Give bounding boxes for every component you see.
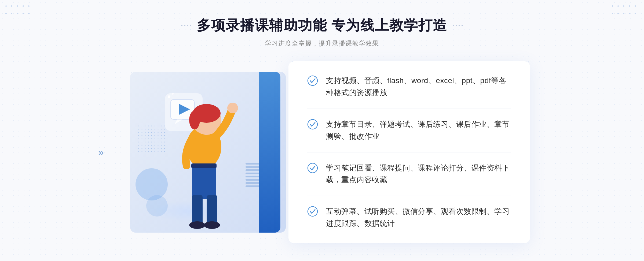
svg-rect-11 [192, 195, 203, 225]
svg-rect-15 [191, 163, 217, 168]
feature-item-4: 互动弹幕、试听购买、微信分享、观看次数限制、学习进度跟踪、数据统计 [307, 196, 511, 230]
svg-point-9 [227, 103, 238, 113]
check-icon-3 [307, 163, 318, 173]
svg-point-8 [189, 111, 200, 129]
svg-rect-12 [207, 195, 217, 225]
corner-dots-top-left [5, 5, 32, 19]
svg-point-16 [308, 76, 317, 85]
svg-point-19 [308, 207, 317, 216]
features-panel: 支持视频、音频、flash、word、excel、ppt、pdf等各种格式的资源… [288, 61, 530, 243]
chevron-left-icon: » [98, 146, 104, 158]
feature-text-4: 互动弹幕、试听购买、微信分享、观看次数限制、学习进度跟踪、数据统计 [326, 206, 511, 230]
feature-item-2: 支持章节目录、弹题考试、课后练习、课后作业、章节测验、批改作业 [307, 109, 511, 152]
feature-text-3: 学习笔记回看、课程提问、课程评论打分、课件资料下载，重点内容收藏 [326, 162, 511, 186]
title-dots-left [181, 25, 191, 26]
svg-point-18 [308, 163, 317, 173]
svg-rect-10 [192, 164, 216, 199]
feature-text-1: 支持视频、音频、flash、word、excel、ppt、pdf等各种格式的资源… [326, 75, 511, 99]
blue-sidebar-bar [259, 72, 280, 233]
svg-point-17 [308, 120, 317, 129]
feature-item-1: 支持视频、音频、flash、word、excel、ppt、pdf等各种格式的资源… [307, 75, 511, 109]
svg-rect-1 [138, 125, 165, 152]
header-section: 多项录播课辅助功能 专为线上教学打造 学习进度全掌握，提升录播课教学效果 [181, 16, 463, 48]
check-icon-1 [307, 75, 318, 86]
feature-item-3: 学习笔记回看、课程提问、课程评论打分、课件资料下载，重点内容收藏 [307, 152, 511, 196]
page-title: 多项录播课辅助功能 专为线上教学打造 [197, 16, 447, 35]
page-container: 多项录播课辅助功能 专为线上教学打造 学习进度全掌握，提升录播课教学效果 » [0, 0, 644, 261]
content-section: » [107, 61, 537, 243]
title-row: 多项录播课辅助功能 专为线上教学打造 [181, 16, 463, 35]
title-dots-right [453, 25, 463, 26]
page-subtitle: 学习进度全掌握，提升录播课教学效果 [181, 39, 463, 48]
illustration-wrapper: » [114, 61, 297, 243]
check-icon-2 [307, 119, 318, 130]
dot-grid-svg [138, 125, 165, 152]
person-illustration [162, 93, 248, 233]
feature-text-2: 支持章节目录、弹题考试、课后练习、课后作业、章节测验、批改作业 [326, 118, 511, 143]
svg-point-13 [189, 221, 205, 229]
svg-point-14 [204, 221, 220, 229]
corner-dots-top-right [612, 5, 639, 19]
check-icon-4 [307, 206, 318, 217]
